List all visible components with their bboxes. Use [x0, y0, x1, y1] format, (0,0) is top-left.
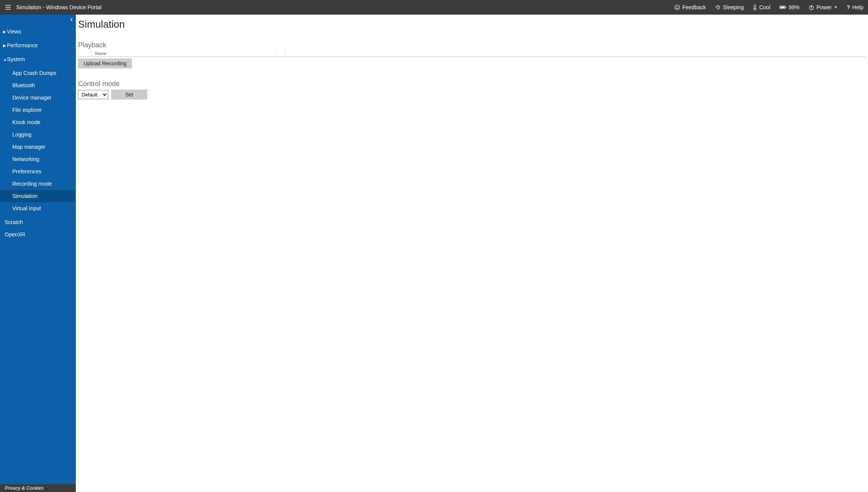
svg-rect-6 — [786, 7, 786, 8]
question-icon: ? — [847, 4, 850, 10]
sidebar-collapse-icon[interactable] — [70, 17, 73, 23]
caret-right-icon: ▶ — [3, 43, 6, 48]
power-icon — [809, 5, 814, 10]
nav-item-simulation[interactable]: Simulation — [0, 190, 76, 202]
nav-item-logging[interactable]: Logging — [0, 128, 76, 141]
nav-tree: ▶ Views ▶ Performance ▲ System App Crash… — [0, 15, 76, 240]
power-menu[interactable]: Power ▼ — [804, 0, 842, 15]
feedback-label: Feedback — [682, 4, 706, 10]
nav-item-openxr[interactable]: OpenXR — [0, 229, 76, 240]
battery-status[interactable]: 99% — [775, 0, 804, 15]
power-label: Power — [816, 4, 832, 10]
feedback-button[interactable]: Feedback — [670, 0, 710, 15]
playback-table-header: Name — [78, 50, 866, 57]
control-mode-select[interactable]: Default — [78, 90, 108, 99]
content-area: Simulation Playback Name Upload Recordin… — [76, 15, 868, 492]
help-label: Help — [852, 4, 863, 10]
nav-item-file-explorer[interactable]: File explorer — [0, 104, 76, 116]
hamburger-icon[interactable] — [5, 5, 11, 10]
svg-rect-5 — [780, 7, 785, 8]
app-title: Simulation - Windows Device Portal — [16, 4, 102, 10]
nav-item-bluetooth[interactable]: Bluetooth — [0, 79, 76, 91]
nav-item-virtual-input[interactable]: Virtual Input — [0, 202, 76, 214]
control-mode-heading: Control mode — [78, 80, 866, 88]
set-button[interactable]: Set — [111, 90, 147, 100]
privacy-cookies-link[interactable]: Privacy & Cookies — [0, 484, 76, 492]
caret-down-icon: ▲ — [3, 57, 6, 62]
nav-section-performance[interactable]: ▶ Performance — [0, 40, 76, 51]
playback-heading: Playback — [78, 41, 866, 49]
battery-icon — [780, 5, 786, 9]
playback-col-a — [277, 50, 286, 57]
history-icon — [715, 5, 721, 10]
playback-col-check — [78, 50, 92, 57]
sidebar: ▶ Views ▶ Performance ▲ System App Crash… — [0, 15, 76, 492]
nav-section-system-label: System — [7, 56, 25, 62]
battery-label: 99% — [789, 4, 800, 10]
nav-section-views-label: Views — [7, 28, 21, 35]
upload-recording-button[interactable]: Upload Recording — [78, 58, 132, 68]
chevron-down-icon: ▼ — [834, 5, 838, 9]
thermometer-icon — [753, 4, 757, 10]
nav-item-kiosk-mode[interactable]: Kiosk mode — [0, 116, 76, 128]
nav-item-networking[interactable]: Networking — [0, 153, 76, 165]
topbar: Simulation - Windows Device Portal Feedb… — [0, 0, 868, 15]
nav-section-views[interactable]: ▶ Views — [0, 26, 76, 37]
nav-item-recording-mode[interactable]: Recording mode — [0, 178, 76, 190]
temperature-label: Cool — [759, 4, 770, 10]
nav-section-performance-label: Performance — [7, 42, 38, 48]
svg-point-3 — [754, 8, 756, 10]
playback-col-b — [286, 50, 866, 57]
smiley-icon — [674, 5, 680, 10]
temperature-status[interactable]: Cool — [748, 0, 775, 15]
nav-item-device-manager[interactable]: Device manager — [0, 91, 76, 104]
nav-item-preferences[interactable]: Preferences — [0, 165, 76, 178]
sleeping-label: Sleeping — [723, 4, 744, 10]
nav-item-map-manager[interactable]: Map manager — [0, 141, 76, 153]
svg-point-2 — [678, 6, 679, 7]
nav-item-app-crash-dumps[interactable]: App Crash Dumps — [0, 67, 76, 79]
caret-right-icon: ▶ — [3, 30, 6, 34]
svg-point-0 — [675, 5, 679, 10]
sleeping-status[interactable]: Sleeping — [711, 0, 749, 15]
help-button[interactable]: ? Help — [842, 0, 868, 15]
page-title: Simulation — [78, 18, 866, 30]
nav-item-scratch[interactable]: Scratch — [0, 217, 76, 228]
svg-point-1 — [676, 6, 677, 7]
playback-col-name: Name — [92, 50, 277, 57]
nav-section-system[interactable]: ▲ System — [0, 54, 76, 65]
